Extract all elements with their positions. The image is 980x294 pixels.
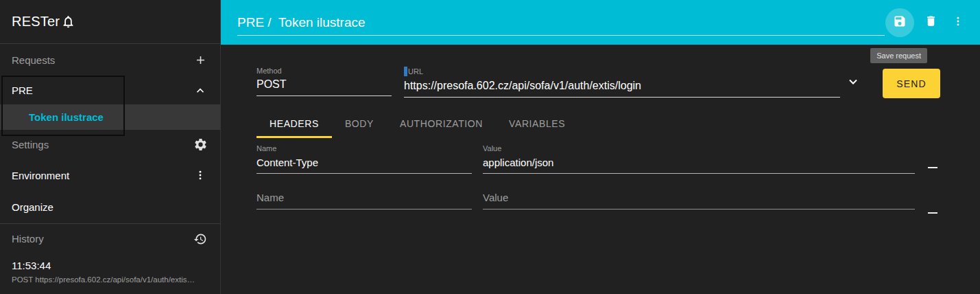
- chevron-down-icon: [846, 75, 860, 91]
- remove-header-button[interactable]: [924, 159, 941, 176]
- value-label: Value: [483, 144, 915, 152]
- header-row: Name Content-Type Value application/json: [256, 144, 939, 180]
- delete-request-button[interactable]: [920, 8, 942, 37]
- app-title: RESTer: [12, 14, 60, 30]
- url-value[interactable]: https://presofa.602.cz/api/sofa/v1/auth/…: [404, 80, 840, 98]
- rester-app: RESTer Requests PRE: [0, 0, 980, 294]
- tab-variables[interactable]: VARIABLES: [496, 111, 578, 138]
- header-name-field[interactable]: Name Content-Type: [256, 144, 472, 174]
- history-entry[interactable]: 11:53:44 POST https://presofa.602.cz/api…: [0, 253, 220, 284]
- sidebar: RESTer Requests PRE: [0, 0, 221, 294]
- history-entry-request: POST https://presofa.602.cz/api/sofa/v1/…: [12, 275, 211, 284]
- header-row-empty: [256, 188, 939, 224]
- plus-icon: [194, 54, 207, 67]
- add-request-button[interactable]: [192, 52, 208, 69]
- method-label: Method: [256, 67, 392, 75]
- send-button[interactable]: SEND: [883, 69, 940, 98]
- sidebar-item-history[interactable]: History: [0, 224, 220, 253]
- history-button[interactable]: [192, 231, 208, 247]
- sidebar-item-token-ilustrace[interactable]: Token ilustrace: [0, 104, 220, 130]
- request-title-input[interactable]: [237, 10, 885, 36]
- url-label: URL: [408, 67, 423, 76]
- name-label: Name: [256, 144, 472, 152]
- method-field[interactable]: Method POST: [256, 67, 392, 96]
- environment-menu-button[interactable]: [192, 167, 208, 183]
- settings-label: Settings: [12, 139, 49, 150]
- method-value[interactable]: POST: [256, 78, 392, 96]
- header-value-input[interactable]: [483, 188, 915, 210]
- kebab-icon: [194, 169, 206, 181]
- header-name-value[interactable]: Content-Type: [256, 157, 472, 174]
- more-options-button[interactable]: [947, 8, 969, 37]
- collapse-folder-button[interactable]: [192, 82, 208, 99]
- requests-label: Requests: [12, 54, 55, 66]
- trash-icon: [924, 14, 937, 30]
- sidebar-item-organize[interactable]: Organize: [0, 191, 220, 223]
- history-icon: [193, 232, 207, 246]
- history-entry-time: 11:53:44: [12, 260, 208, 271]
- request-editor: Method POST URL https://presofa.602.cz/a…: [221, 45, 980, 294]
- tab-body[interactable]: BODY: [332, 111, 387, 138]
- token-ilustrace-label: Token ilustrace: [29, 111, 104, 123]
- gear-icon: [193, 137, 208, 152]
- minus-icon: [928, 212, 937, 214]
- header-value-field[interactable]: [483, 188, 915, 210]
- request-tabs: HEADERS BODY AUTHORIZATION VARIABLES: [256, 111, 578, 138]
- header-value-field[interactable]: Value application/json: [483, 144, 915, 174]
- kebab-icon: [952, 15, 964, 30]
- minus-icon: [928, 167, 937, 169]
- sidebar-item-environment[interactable]: Environment: [0, 159, 220, 191]
- sidebar-header: RESTer: [0, 0, 220, 44]
- notifications-button[interactable]: [60, 14, 76, 30]
- bell-icon: [61, 14, 75, 29]
- remove-header-button[interactable]: [924, 205, 941, 221]
- topbar: [221, 0, 980, 45]
- header-name-input[interactable]: [256, 188, 472, 210]
- header-value-value[interactable]: application/json: [483, 157, 915, 174]
- folder-pre-label: PRE: [12, 84, 33, 96]
- save-icon: [893, 14, 907, 31]
- save-request-button[interactable]: [885, 8, 914, 37]
- sidebar-item-settings[interactable]: Settings: [0, 130, 220, 159]
- chevron-up-icon: [194, 84, 206, 97]
- history-label: History: [12, 233, 44, 245]
- organize-label: Organize: [12, 201, 53, 213]
- tab-headers[interactable]: HEADERS: [256, 111, 332, 138]
- tab-authorization[interactable]: AUTHORIZATION: [387, 111, 496, 138]
- header-name-field[interactable]: [256, 188, 472, 210]
- text-cursor: [404, 67, 407, 76]
- settings-button[interactable]: [192, 137, 208, 153]
- url-field[interactable]: URL https://presofa.602.cz/api/sofa/v1/a…: [404, 67, 840, 98]
- sidebar-item-folder-pre[interactable]: PRE: [0, 76, 220, 104]
- url-dropdown-button[interactable]: [844, 75, 863, 91]
- environment-label: Environment: [12, 170, 69, 181]
- sidebar-item-requests[interactable]: Requests: [0, 44, 220, 76]
